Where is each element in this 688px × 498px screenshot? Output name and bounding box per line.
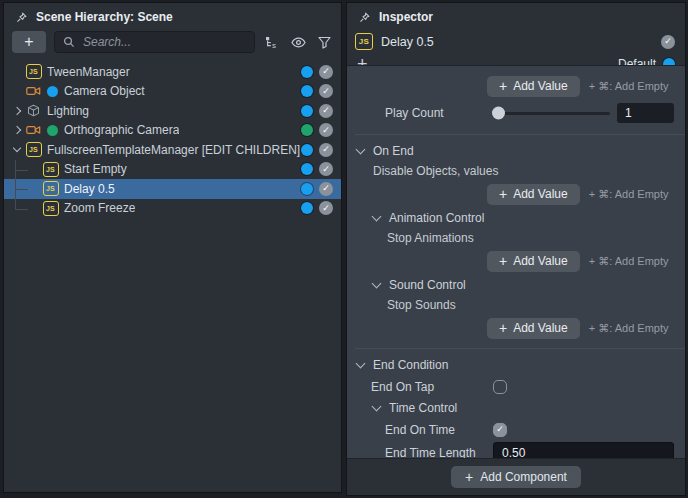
visibility-dot[interactable] — [301, 105, 313, 117]
hierarchy-row[interactable]: JS Start Empty ✓ — [4, 160, 341, 180]
enabled-checkbox[interactable]: ✓ — [319, 123, 333, 137]
plus-icon: + — [499, 186, 507, 202]
js-icon: JS — [25, 64, 42, 79]
end-time-length-input[interactable]: 0.50 — [493, 442, 674, 460]
hierarchy-row[interactable]: JS Delay 0.5 ✓ — [4, 179, 341, 199]
expand-chevron-icon[interactable] — [10, 123, 25, 138]
enabled-checkbox[interactable]: ✓ — [319, 84, 333, 98]
chevron-down-icon — [372, 278, 382, 288]
add-value-button[interactable]: + Add Value — [487, 76, 580, 97]
section-end-condition[interactable]: End Condition — [347, 355, 685, 375]
svg-text:s: s — [272, 41, 276, 49]
search-icon — [62, 33, 75, 51]
hierarchy-tree: JS TweenManager ✓ Camera Object ✓ Lighti… — [4, 62, 341, 218]
pin-icon[interactable] — [355, 8, 373, 26]
add-value-button[interactable]: + Add Value — [487, 184, 580, 205]
end-on-tap-row: End On Tap — [347, 375, 685, 398]
end-on-time-checkbox[interactable]: ✓ — [493, 423, 507, 437]
end-time-length-row: End Time Length 0.50 — [347, 441, 685, 459]
section-animation-control[interactable]: Animation Control — [347, 208, 685, 228]
section-sound-control[interactable]: Sound Control — [347, 275, 685, 295]
hierarchy-item-label: Lighting — [47, 104, 89, 118]
inspector-title: Inspector — [379, 10, 433, 24]
inspector-panel: Inspector JS Delay 0.5 ✓ + Default + Add… — [346, 2, 686, 496]
add-object-button[interactable]: + — [12, 31, 46, 53]
hierarchy-item-label: Start Empty — [64, 162, 127, 176]
component-row: JS Delay 0.5 ✓ — [347, 27, 685, 50]
section-on-end[interactable]: On End — [347, 141, 685, 161]
hierarchy-title: Scene Hierarchy: Scene — [36, 10, 173, 24]
hierarchy-row[interactable]: JS FullscreenTemplateManager [EDIT CHILD… — [4, 140, 341, 160]
add-value-row: + Add Value + ⌘: Add Empty — [347, 314, 685, 342]
visibility-dot[interactable] — [301, 85, 313, 97]
search-input[interactable] — [81, 34, 247, 50]
hierarchy-row[interactable]: Orthographic Camera ✓ — [4, 121, 341, 141]
chevron-down-icon — [372, 211, 382, 221]
expand-chevron-icon[interactable] — [10, 64, 25, 79]
slider-thumb[interactable] — [492, 107, 505, 120]
animation-control-subtitle: Stop Animations — [347, 228, 685, 247]
visibility-dot[interactable] — [301, 124, 313, 136]
inspector-footer: + Add Component — [347, 458, 685, 495]
visibility-dot[interactable] — [301, 202, 313, 214]
hierarchy-header: Scene Hierarchy: Scene — [4, 3, 341, 27]
status-dot — [47, 125, 58, 136]
visibility-dot[interactable] — [301, 163, 313, 175]
status-dot — [47, 86, 58, 97]
enabled-checkbox[interactable]: ✓ — [319, 162, 333, 176]
visibility-dot[interactable] — [301, 66, 313, 78]
hierarchy-mode-icon[interactable]: s — [263, 33, 281, 51]
component-body: + Add Value + ⌘: Add Empty Play Count 1 … — [347, 65, 685, 459]
enabled-checkbox[interactable]: ✓ — [319, 182, 333, 196]
end-on-tap-checkbox[interactable] — [493, 380, 507, 394]
plus-icon: + — [499, 320, 507, 336]
expand-chevron-icon[interactable] — [10, 84, 25, 99]
play-count-value[interactable]: 1 — [617, 103, 674, 123]
visibility-icon[interactable] — [289, 33, 307, 51]
plus-icon: + — [499, 78, 507, 94]
hierarchy-toolbar: + s — [4, 27, 341, 56]
hierarchy-row[interactable]: Camera Object ✓ — [4, 82, 341, 102]
expand-chevron-icon[interactable] — [10, 103, 25, 118]
expand-chevron-icon[interactable] — [10, 142, 25, 157]
add-component-button[interactable]: + Add Component — [451, 466, 581, 488]
component-enabled-checkbox[interactable]: ✓ — [661, 35, 675, 49]
play-count-label: Play Count — [385, 106, 493, 120]
chevron-down-icon — [372, 401, 382, 411]
visibility-dot[interactable] — [301, 144, 313, 156]
tree-guide — [10, 199, 42, 219]
end-on-tap-label: End On Tap — [371, 380, 493, 394]
hierarchy-item-label: Camera Object — [64, 84, 145, 98]
tree-guide — [10, 160, 42, 180]
visibility-dot[interactable] — [301, 183, 313, 195]
scene-hierarchy-panel: Scene Hierarchy: Scene + s — [3, 2, 342, 493]
enabled-checkbox[interactable]: ✓ — [319, 65, 333, 79]
cube-icon — [25, 104, 42, 117]
enabled-checkbox[interactable]: ✓ — [319, 104, 333, 118]
component-name: Delay 0.5 — [381, 35, 434, 49]
editor-window: Scene Hierarchy: Scene + s — [0, 0, 688, 498]
add-value-row: + Add Value + ⌘: Add Empty — [347, 180, 685, 208]
hierarchy-item-label: TweenManager — [47, 65, 130, 79]
hierarchy-item-label: Delay 0.5 — [64, 182, 115, 196]
hierarchy-row[interactable]: JS TweenManager ✓ — [4, 62, 341, 82]
play-count-row: Play Count 1 — [347, 98, 685, 128]
pin-icon[interactable] — [12, 8, 30, 26]
add-value-button[interactable]: + Add Value — [487, 318, 580, 339]
enabled-checkbox[interactable]: ✓ — [319, 201, 333, 215]
hierarchy-row[interactable]: JS Zoom Freeze ✓ — [4, 199, 341, 219]
add-value-button[interactable]: + Add Value — [487, 251, 580, 272]
play-count-slider[interactable] — [493, 112, 610, 115]
sound-control-subtitle: Stop Sounds — [347, 295, 685, 314]
search-field[interactable] — [54, 31, 255, 53]
section-time-control[interactable]: Time Control — [347, 398, 685, 418]
hierarchy-row[interactable]: Lighting ✓ — [4, 101, 341, 121]
js-icon: JS — [42, 181, 59, 196]
end-on-time-label: End On Time — [385, 423, 493, 437]
plus-icon: + — [24, 34, 33, 50]
tree-guide — [10, 179, 42, 199]
chevron-down-icon — [356, 358, 366, 368]
enabled-checkbox[interactable]: ✓ — [319, 143, 333, 157]
plus-icon: + — [465, 469, 473, 485]
filter-icon[interactable] — [315, 33, 333, 51]
